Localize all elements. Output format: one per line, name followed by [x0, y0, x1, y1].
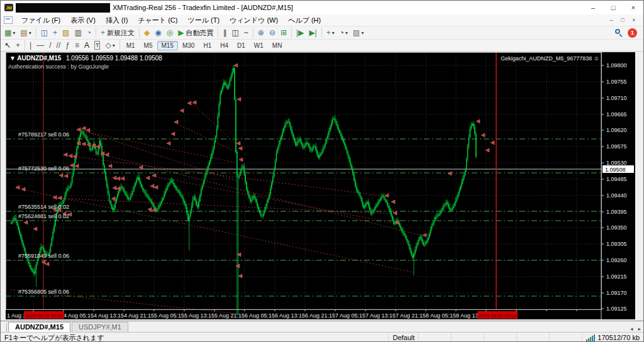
autotrading-button[interactable]: ▶自動売買 — [175, 27, 216, 38]
dropdown-arrow-icon[interactable]: ▾ — [332, 30, 335, 36]
new-order-button[interactable]: +新規注文 — [98, 27, 137, 38]
time-tick-label: 7 Aug 13:15 — [365, 312, 396, 319]
vline-tool[interactable]: | — [27, 40, 34, 51]
tab-scroll-right-icon[interactable]: ▸ — [638, 326, 641, 332]
tile-windows-button[interactable]: ⊞ — [278, 27, 289, 38]
menu-help[interactable]: ヘルプ (H) — [283, 14, 326, 26]
toolbar-drawing-timeframes: ↖+|—///ƒ≡AT◇▾ M1M5M15M30H1H4D1W1MN — [1, 40, 643, 52]
child-restore-button[interactable]: □ — [617, 17, 628, 23]
fibonacci-tool[interactable]: ƒ — [63, 40, 72, 51]
chart-shift-button[interactable]: ▶| — [306, 27, 319, 38]
child-close-button[interactable]: × — [628, 17, 640, 23]
chart-area[interactable]: #75789217 sell 0.06#75772530 sell 0.06#7… — [6, 52, 635, 319]
strategy-tester-button[interactable]: ◔ — [84, 27, 94, 38]
dropdown-arrow-icon[interactable]: ▾ — [345, 30, 348, 36]
price-tick-label: 1.09755 — [606, 79, 627, 85]
status-empty-cell — [550, 333, 582, 342]
close-button[interactable]: × — [623, 1, 643, 14]
tab-usdjpy-m1[interactable]: USDJPY#,M1 — [72, 322, 128, 332]
periods-button[interactable]: ◔▾ — [337, 27, 350, 38]
tf-m5[interactable]: M5 — [140, 41, 157, 50]
tf-mn[interactable]: MN — [268, 41, 287, 50]
tf-w1[interactable]: W1 — [250, 41, 268, 50]
tf-m30[interactable]: M30 — [178, 41, 199, 50]
community-button[interactable]: ◉ — [152, 27, 164, 38]
status-profile[interactable]: Default — [389, 333, 419, 342]
price-tick-label: 1.09440 — [606, 192, 627, 199]
dropdown-arrow-icon[interactable]: ▾ — [29, 30, 31, 36]
toolbar-standard: ▦▾▤▾◫+▧▥◔+新規注文◆◉◎▶自動売買∥◫~⊕⊖⊞|▶▶|+▾◔▾▨▾ 1 — [1, 26, 643, 40]
fibonacci-icon: ƒ — [65, 41, 70, 49]
cursor-tool[interactable]: ↖ — [2, 40, 13, 51]
terminal-icon: ▥ — [74, 29, 81, 36]
minimize-button[interactable]: – — [583, 1, 603, 14]
autotrading-button-label: 自動売買 — [186, 28, 213, 38]
maximize-button[interactable]: □ — [603, 1, 623, 14]
zoom-out-button[interactable]: ⊖ — [267, 27, 278, 38]
dropdown-arrow-icon[interactable]: ▾ — [113, 43, 115, 48]
menu-insert[interactable]: 挿入 (I) — [101, 14, 133, 26]
line-chart-button[interactable]: ~ — [242, 27, 251, 38]
auto-scroll-button[interactable]: |▶ — [294, 27, 306, 38]
separator-date-text: 2025.08.09 00:00 — [479, 313, 517, 319]
toolbar-separator — [25, 40, 25, 50]
tab-audnzd-m15[interactable]: AUDNZD#,M15 — [8, 322, 70, 332]
search-icon[interactable] — [615, 29, 623, 36]
zoom-in-button[interactable]: ⊕ — [255, 27, 267, 38]
tf-m15[interactable]: M15 — [157, 41, 178, 50]
trade-label: #75772530 sell 0.06 — [18, 165, 69, 172]
dropdown-arrow-icon[interactable]: ▾ — [13, 30, 15, 36]
notification-badge[interactable]: 1 — [628, 28, 637, 38]
shapes-dropdown[interactable]: ◇▾ — [103, 40, 117, 51]
menu-tools[interactable]: ツール (T) — [182, 14, 225, 26]
terminal-button[interactable]: ▥ — [72, 27, 84, 38]
toolbar-separator — [36, 28, 36, 38]
navigator-button[interactable]: ▧ — [60, 27, 72, 38]
tile-windows-icon: ⊞ — [280, 29, 287, 36]
crosshair-tool[interactable]: + — [13, 40, 23, 51]
dropdown-arrow-icon[interactable]: ▾ — [361, 30, 364, 36]
tf-d1[interactable]: D1 — [233, 41, 250, 50]
menu-window[interactable]: ウィンドウ (W) — [225, 14, 283, 26]
templates-icon: ▨ — [353, 29, 360, 36]
menu-chart[interactable]: チャート (C) — [133, 14, 182, 26]
connection-bars-icon — [586, 334, 595, 341]
toolbar-row2-items: ↖+|—///ƒ≡AT◇▾ — [2, 40, 122, 51]
profiles-button[interactable]: ▤▾ — [18, 27, 33, 38]
data-window-button[interactable]: + — [50, 27, 60, 38]
strategy-tester-icon: ◔ — [87, 29, 91, 36]
market-icon-button[interactable]: ◆ — [142, 27, 152, 38]
bar-chart-button[interactable]: ∥ — [220, 27, 229, 38]
indicators-button[interactable]: +▾ — [324, 27, 337, 38]
templates-button[interactable]: ▨▾ — [350, 27, 366, 38]
price-tick-label: 1.09350 — [606, 224, 627, 231]
toolbar-separator — [119, 40, 120, 50]
menu-view[interactable]: 表示 (V) — [65, 14, 101, 26]
data-window-icon: + — [53, 29, 57, 36]
toolbar-separator — [96, 28, 96, 38]
menu-file[interactable]: ファイル (F) — [16, 14, 65, 26]
auto-scroll-icon: |▶ — [296, 29, 304, 36]
trade-label: #75356805 sell 0.06 — [18, 289, 69, 295]
objects-grid-tool[interactable]: ≡ — [72, 40, 82, 51]
signals-button[interactable]: ◎ — [164, 27, 175, 38]
label-tool[interactable]: T — [92, 40, 103, 51]
candlestick-chart[interactable]: #75789217 sell 0.06#75772530 sell 0.06#7… — [6, 52, 635, 319]
tf-m1[interactable]: M1 — [122, 41, 140, 50]
hline-tool[interactable]: — — [34, 40, 47, 51]
trendline-tool[interactable]: / — [47, 40, 53, 51]
child-minimize-button[interactable]: – — [606, 17, 617, 23]
new-chart-button[interactable]: ▦▾ — [2, 27, 18, 38]
tf-h1[interactable]: H1 — [199, 41, 216, 50]
candlestick-button[interactable]: ◫ — [229, 27, 241, 38]
time-tick-label: 7 Aug 21:15 — [396, 312, 426, 319]
market-watch-button[interactable]: ◫ — [38, 27, 50, 38]
tf-h4[interactable]: H4 — [216, 41, 233, 50]
text-tool[interactable]: A — [82, 40, 92, 51]
price-tick-label: 1.09620 — [606, 127, 627, 133]
status-empty-cell — [419, 333, 452, 342]
tab-scroll-left-icon[interactable]: ◂ — [630, 326, 633, 332]
price-tick-label: 1.09710 — [606, 95, 627, 101]
market-watch-icon: ◫ — [41, 29, 48, 36]
channel-tool[interactable]: // — [54, 40, 64, 51]
